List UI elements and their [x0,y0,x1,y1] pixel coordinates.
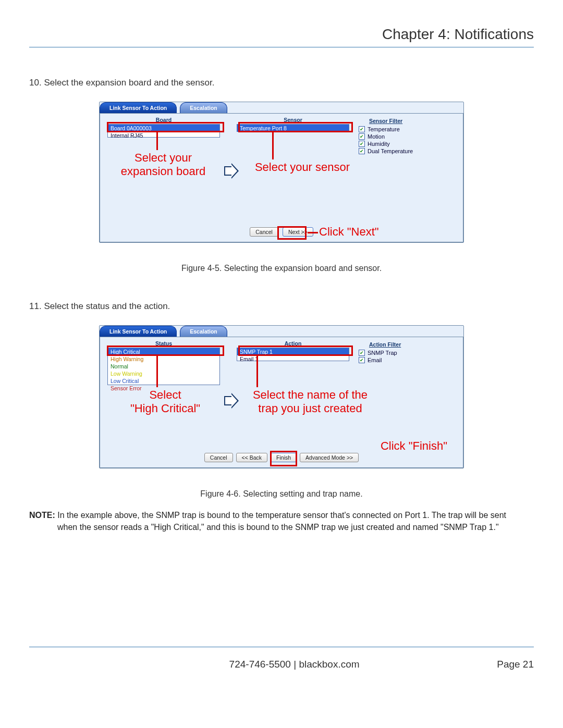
chapter-title: Chapter 4: Notifications [29,26,534,43]
tab-escalation[interactable]: Escalation [180,326,227,337]
filter-label: Dual Temperature [368,148,413,154]
checkbox-icon: ✔ [359,357,365,363]
checkbox-icon: ✔ [359,148,365,154]
wizard-tabs: Link Sensor To Action Escalation [100,102,463,113]
highlight-action [238,346,353,356]
sensor-filter-title: Sensor Filter [369,118,458,124]
callout-sensor: Select your sensor [245,161,360,174]
action-filter-title: Action Filter [369,341,458,348]
filter-dual-temperature[interactable]: ✔Dual Temperature [359,148,458,154]
filter-label: Motion [368,133,385,140]
page-footer: 724-746-5500 | blackbox.com Page 21 [0,647,563,670]
cancel-button[interactable]: Cancel [250,227,278,237]
callout-line-next [308,232,318,233]
figure-4-6: Link Sensor To Action Escalation Status … [99,325,464,468]
back-button[interactable]: << Back [236,453,268,462]
step-11: 11. Select the status and the action. [29,301,534,312]
step-10: 10. Select the expansion board and the s… [29,78,534,88]
sensor-column: Sensor Temperature Port 8 [229,114,354,242]
arrow-icon [224,165,239,177]
callout-line-status [156,356,158,387]
sensor-filter-column: Sensor Filter ✔Temperature ✔Motion ✔Humi… [354,114,463,242]
checkbox-icon: ✔ [359,126,365,132]
wizard-tabs: Link Sensor To Action Escalation [100,326,463,337]
step-10-text: Select the expansion board and the senso… [44,78,214,88]
filter-snmp-trap[interactable]: ✔SNMP Trap [359,350,458,356]
status-high-warning[interactable]: High Warning [108,355,219,363]
page-label: Page [497,659,520,670]
highlight-sensor [238,122,353,132]
callout-next: Click "Next" [319,225,379,239]
filter-label: Humidity [368,141,390,147]
callout-status: Select "High Critical" [116,388,215,415]
checkbox-icon: ✔ [359,350,365,356]
filter-motion[interactable]: ✔Motion [359,133,458,140]
arrow-icon [224,394,239,407]
figure-4-5-caption: Figure 4-5. Selecting the expansion boar… [29,264,534,273]
board-item[interactable]: Internal RJ45 [108,132,219,139]
action-email-1[interactable]: Email 1 [237,355,349,363]
note-label: NOTE: [29,511,55,520]
filter-label: Temperature [368,126,400,132]
filter-email[interactable]: ✔Email [359,357,458,363]
filter-humidity[interactable]: ✔Humidity [359,141,458,147]
tab-link-sensor[interactable]: Link Sensor To Action [100,102,177,113]
note-line-1: In the example above, the SNMP trap is b… [57,511,506,520]
footer-divider [29,647,534,647]
status-low-warning[interactable]: Low Warning [108,370,219,377]
filter-label: SNMP Trap [368,350,397,356]
highlight-status [107,346,224,356]
filter-label: Email [368,357,382,363]
tab-escalation[interactable]: Escalation [180,102,227,113]
checkbox-icon: ✔ [359,141,365,147]
callout-finish: Click "Finish" [381,439,447,453]
status-normal[interactable]: Normal [108,363,219,370]
callout-line-action [256,356,258,387]
tab-link-sensor[interactable]: Link Sensor To Action [100,326,177,337]
footer-page: Page 21 [497,659,534,670]
step-11-text: Select the status and the action. [44,301,170,311]
page-number: 21 [523,659,534,670]
step-11-number: 11. [29,301,42,311]
callout-board: Select your expansion board [114,151,213,178]
step-10-number: 10. [29,78,42,88]
footer-contact: 724-746-5500 | blackbox.com [92,659,497,670]
status-low-critical[interactable]: Low Critical [108,377,219,385]
highlight-next [277,226,307,240]
header-divider [29,47,534,47]
figure-4-5: Link Sensor To Action Escalation Board B… [99,102,464,243]
note-line-2: when the sensor reads a "High Critical,"… [29,521,534,533]
cancel-button[interactable]: Cancel [204,453,233,462]
note-paragraph: NOTE: In the example above, the SNMP tra… [29,509,534,533]
highlight-board [107,122,224,132]
callout-line-board [156,132,158,150]
callout-action: Select the name of the trap you just cre… [245,388,375,415]
filter-temperature[interactable]: ✔Temperature [359,126,458,132]
highlight-finish [270,451,297,466]
figure-4-6-caption: Figure 4-6. Selecting setting and trap n… [29,489,534,499]
callout-line-sensor [272,132,274,159]
checkbox-icon: ✔ [359,133,365,140]
advanced-mode-button[interactable]: Advanced Mode >> [300,453,359,462]
